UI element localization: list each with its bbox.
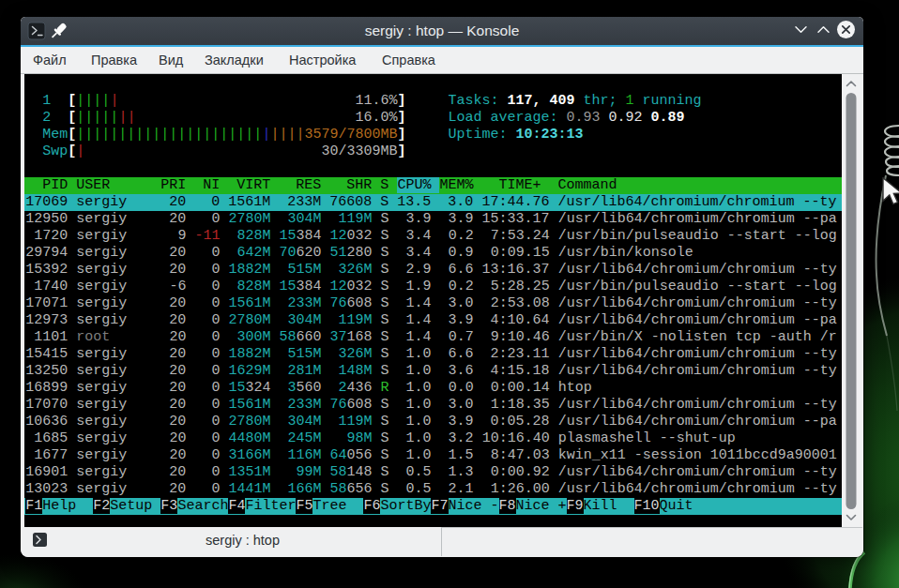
- svg-text:sergiy : htop: sergiy : htop: [206, 533, 280, 548]
